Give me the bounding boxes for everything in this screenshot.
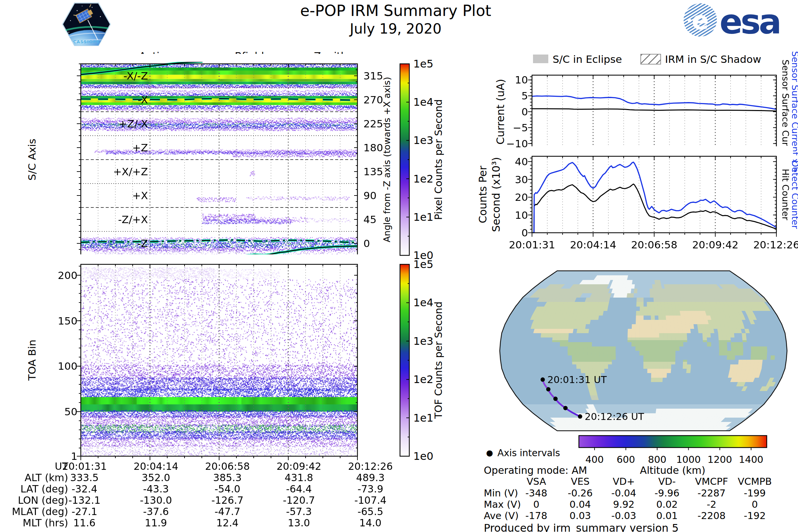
voltage-row-label: Max (V) <box>484 499 521 510</box>
ephemeris-row-label: MLT (hrs) <box>23 517 68 529</box>
panelA-band-label: -Z/+X <box>118 213 148 225</box>
ground-track-map-canvas <box>497 268 790 436</box>
ephemeris-value: -107.4 <box>355 494 387 506</box>
panelC-ytick: 10 <box>515 74 528 86</box>
panelA-right-tick: 135 <box>363 166 383 177</box>
panelC-ytick: 0 <box>521 106 528 118</box>
voltage-value: 0.02 <box>657 499 678 510</box>
panelC-ytick: 5 <box>521 90 528 102</box>
panelC-ylabel: Current (uA) <box>494 79 507 145</box>
altitude-tick: 1200 <box>707 454 732 465</box>
cassiope-badge: CASSIOPE <box>60 1 112 48</box>
panelA-colorbar-label: Pixel Counts per Second <box>433 99 444 220</box>
altitude-tick: 800 <box>648 454 666 465</box>
voltage-value: -192 <box>744 510 766 521</box>
ephemeris-row-label: ALT (km) <box>25 472 68 483</box>
time-axis-label: 20:09:42 <box>692 239 739 251</box>
epop-irm-summary-page: CASSIOPE e-POP IRM Summary Plot July 19,… <box>0 0 798 532</box>
voltage-row-label: Min (V) <box>484 488 518 499</box>
voltage-value: -178 <box>525 510 547 521</box>
altitude-colorbar <box>577 434 768 452</box>
panelA-right-tick: 315 <box>363 70 383 82</box>
panelD-ytick: 30 <box>515 174 528 186</box>
altitude-tick: 1400 <box>739 454 763 465</box>
voltage-value: 0.04 <box>570 499 591 510</box>
tof-colorbar-tick: 1e5 <box>413 258 433 271</box>
time-axis-label: 20:04:14 <box>570 239 616 251</box>
ephemeris-value: -65.5 <box>358 506 383 517</box>
panelA-right-tick: 225 <box>363 118 383 130</box>
ephemeris-value: 20:09:42 <box>277 460 322 472</box>
ephemeris-value: -120.7 <box>283 494 315 506</box>
ephemeris-value: -37.6 <box>143 506 169 517</box>
map-time-label: 20:12:26 UT <box>585 411 644 422</box>
ephemeris-row-label: MLAT (deg) <box>12 506 68 517</box>
tof-counts-colorbar <box>398 262 413 458</box>
voltage-row-label: Ave (V) <box>484 510 519 521</box>
panelA-band-label: -X/-Z <box>124 70 148 82</box>
voltage-col-header: VSA <box>527 476 546 487</box>
voltage-col-header: VD+ <box>613 476 635 487</box>
tof-colorbar-tick: 1e4 <box>413 296 433 309</box>
panelA-band-label: +Z/-X <box>118 118 148 130</box>
panelB-ylabel: TOA Bin <box>26 340 38 380</box>
panelB-ytick: 50 <box>64 406 77 418</box>
tof-colorbar-tick: 1e2 <box>413 373 433 386</box>
panelB-ytick: 150 <box>58 315 77 327</box>
panelD-right-label-black: Hit Counter <box>780 169 791 221</box>
page-date: July 19, 2020 <box>350 21 441 37</box>
ephemeris-value: 11.6 <box>74 517 96 529</box>
voltage-value: -0.26 <box>568 488 592 499</box>
panelA-right-tick: 180 <box>363 141 383 154</box>
panelD-ytick: 40 <box>515 156 528 168</box>
ephemeris-value: 11.9 <box>145 517 167 529</box>
voltage-value: -348 <box>525 488 547 499</box>
altitude-colorbar-label: Altitude (km) <box>640 464 706 476</box>
voltage-value: 0 <box>752 499 758 510</box>
panelC-ytick: −10 <box>507 138 528 150</box>
pixel-colorbar-tick: 1e1 <box>413 211 433 224</box>
panelC-ytick: −5 <box>513 122 528 134</box>
sensor-current-plot-canvas <box>522 65 793 158</box>
time-axis-label: 20:12:26 <box>753 239 798 251</box>
ephemeris-value: -32.4 <box>72 483 97 495</box>
voltage-value: -2287 <box>698 488 725 499</box>
ephemeris-value: -54.0 <box>214 483 241 495</box>
panelA-right-tick: 45 <box>363 213 376 225</box>
time-axis-label: 20:06:58 <box>631 239 677 251</box>
ephemeris-value: 20:04:14 <box>134 460 178 472</box>
ephemeris-value: 14.0 <box>359 517 382 529</box>
ephemeris-value: -43.3 <box>143 483 169 495</box>
operating-mode-text: Operating mode: AM <box>484 464 587 476</box>
voltage-value: -0.04 <box>611 488 636 499</box>
voltage-col-header: VES <box>571 476 590 487</box>
ephemeris-value: 20:12:26 <box>348 460 393 472</box>
ephemeris-value: -64.4 <box>286 483 312 495</box>
counters-plot-canvas <box>522 146 793 246</box>
panelB-ytick: 200 <box>58 269 77 281</box>
ephemeris-value: 20:06:58 <box>205 460 250 472</box>
voltage-col-header: VMCPF <box>695 476 728 487</box>
voltage-value: 9.92 <box>613 499 635 510</box>
ephemeris-row-label: LON (deg) <box>18 494 68 506</box>
panelA-right-tick: 270 <box>363 94 383 106</box>
panelD-ylabel-line1: Counts Per <box>476 166 489 224</box>
voltage-value: 0.01 <box>657 510 678 521</box>
map-time-label: 20:01:31 UT <box>547 374 607 385</box>
voltage-value: -2 <box>707 499 717 510</box>
panelD-ytick: 0 <box>521 227 528 239</box>
ephemeris-value: -73.9 <box>358 483 383 495</box>
panelD-ytick: 10 <box>515 209 528 221</box>
panelA-band-label: +X <box>132 190 148 202</box>
ephemeris-value: 12.4 <box>216 517 239 529</box>
voltage-value: -9.96 <box>654 488 679 499</box>
axis-intervals-bullet: ● <box>486 448 493 457</box>
produced-by-text: Produced by irm_summary version 5 <box>484 522 679 532</box>
ephemeris-value: -126.7 <box>211 494 244 506</box>
panelA-ylabel: S/C Axis <box>26 139 38 180</box>
time-axis-label: 20:01:31 <box>509 239 555 251</box>
ephemeris-value: -47.7 <box>214 506 241 517</box>
pixel-colorbar-tick: 1e3 <box>413 134 433 147</box>
panelA-band-label: -Z <box>137 238 148 249</box>
altitude-tick: 400 <box>585 454 604 465</box>
